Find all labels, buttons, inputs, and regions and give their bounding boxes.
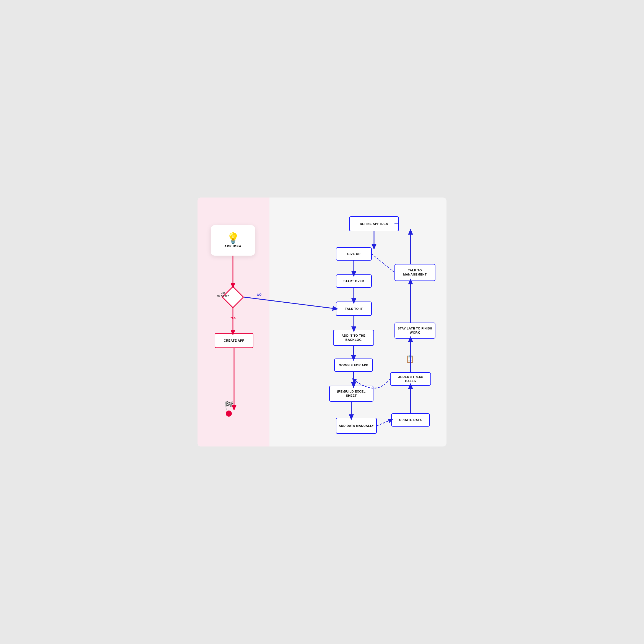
decision-diamond [222,286,244,308]
yes-label: YES [230,316,236,320]
add-data-manually-box: ADD DATA MANUALLY [336,418,377,434]
flowchart-canvas: 💡 APP IDEA UseNo-Code? NO YES CREATE APP… [198,198,446,446]
svg-line-17 [372,254,394,272]
no-label: NO [257,293,261,296]
svg-line-12 [377,420,391,426]
start-over-box: START OVER [336,274,372,288]
google-for-app-box: GOOGLE FOR APP [334,359,373,372]
order-stress-balls-box: ORDER STRESS BALLS [390,372,431,386]
app-idea-label: APP IDEA [224,245,241,248]
lightbulb-icon: 💡 [227,233,240,243]
add-to-backlog-box: ADD IT TO THE BACKLOG [333,330,374,346]
rebuild-excel-box: (RE)BUILD EXCEL SHEET [329,386,373,402]
finish-flag: 🏁 [224,401,234,410]
app-idea-box: 💡 APP IDEA [211,225,255,256]
talk-to-it-box: TALK TO IT [336,302,372,316]
svg-marker-0 [222,287,243,308]
talk-to-management-box: TALK TO MANAGEMENT [394,264,435,281]
refine-app-idea-box: REFINE APP IDEA [349,216,399,231]
give-up-box: GIVE UP [336,247,372,261]
end-circle [226,411,232,417]
stay-late-box: STAY LATE TO FINISH WORK [394,323,435,339]
create-app-box: CREATE APP [215,333,253,348]
update-data-box: UPDATE DATA [391,413,430,427]
stress-balls-icon: 📋 [406,355,414,363]
decision-label: UseNo-Code? [215,292,231,297]
